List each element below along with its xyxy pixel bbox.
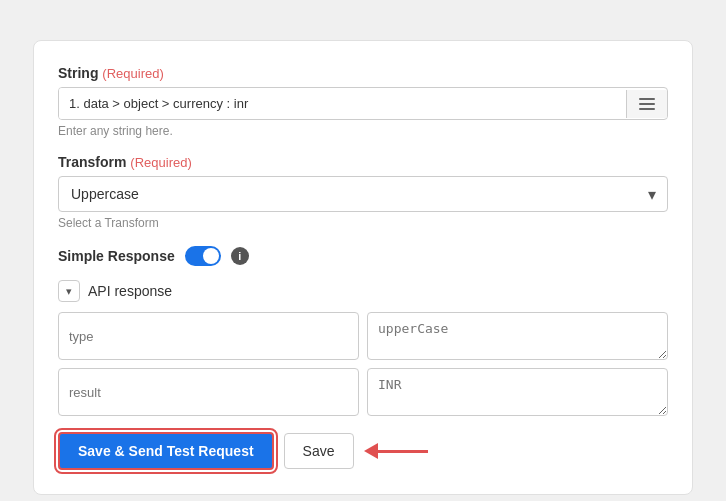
transform-select[interactable]: Uppercase Lowercase Trim None xyxy=(58,176,668,212)
transform-select-wrapper: Uppercase Lowercase Trim None ▾ xyxy=(58,176,668,212)
string-menu-button[interactable] xyxy=(626,90,667,118)
string-hint: Enter any string here. xyxy=(58,124,668,138)
outer-container: String (Required) Enter any string here.… xyxy=(20,20,706,501)
arrow-head xyxy=(364,443,378,459)
response-row-2 xyxy=(58,368,668,416)
save-button[interactable]: Save xyxy=(284,433,354,469)
api-response-label: API response xyxy=(88,283,172,299)
string-label: String (Required) xyxy=(58,65,668,81)
simple-response-label: Simple Response xyxy=(58,248,175,264)
inr-value-input[interactable] xyxy=(367,368,668,416)
response-row-1 xyxy=(58,312,668,360)
simple-response-row: Simple Response i xyxy=(58,246,668,266)
hamburger-icon xyxy=(639,98,655,110)
arrow-line xyxy=(378,450,428,453)
api-response-section: ▾ API response xyxy=(58,280,668,416)
type-key-input[interactable] xyxy=(58,312,359,360)
form-card: String (Required) Enter any string here.… xyxy=(33,40,693,495)
result-key-input[interactable] xyxy=(58,368,359,416)
arrow-indicator xyxy=(364,443,428,459)
info-icon[interactable]: i xyxy=(231,247,249,265)
uppercase-value-input[interactable] xyxy=(367,312,668,360)
toggle-knob xyxy=(203,248,219,264)
string-input-row xyxy=(58,87,668,120)
save-send-button[interactable]: Save & Send Test Request xyxy=(58,432,274,470)
actions-row: Save & Send Test Request Save xyxy=(58,432,668,470)
toggle-switch[interactable] xyxy=(185,246,221,266)
transform-hint: Select a Transform xyxy=(58,216,668,230)
transform-label: Transform (Required) xyxy=(58,154,668,170)
api-response-header: ▾ API response xyxy=(58,280,668,302)
string-input[interactable] xyxy=(59,88,626,119)
api-response-collapse-button[interactable]: ▾ xyxy=(58,280,80,302)
